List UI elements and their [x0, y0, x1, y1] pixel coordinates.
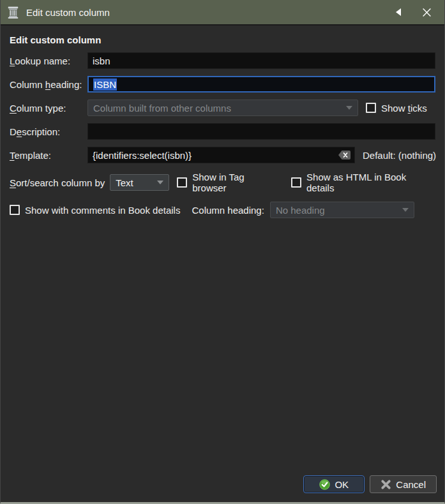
page-title: Edit custom column	[10, 34, 435, 45]
column-heading-row: Column heading: ISBN	[10, 76, 435, 93]
cancel-button-label: Cancel	[396, 479, 426, 490]
show-ticks-label: Show ticks	[381, 103, 427, 114]
show-in-tag-browser-checkbox[interactable]	[177, 177, 187, 188]
comments-heading-combobox: No heading	[270, 202, 414, 218]
shade-button[interactable]	[384, 0, 412, 25]
left-triangle-icon	[396, 8, 401, 16]
clear-field-icon	[338, 150, 351, 160]
column-type-label: Column type:	[10, 103, 87, 114]
close-button[interactable]	[412, 0, 441, 25]
window-title: Edit custom column	[26, 7, 384, 18]
dropdown-arrow-icon	[157, 181, 163, 184]
titlebar: Edit custom column	[1, 0, 444, 26]
comments-heading-label: Column heading:	[192, 205, 264, 216]
sort-by-combobox[interactable]: Text	[110, 174, 169, 191]
show-in-tag-browser-label: Show in Tag browser	[192, 172, 280, 193]
gray-x-icon	[381, 479, 391, 490]
clear-field-button[interactable]	[337, 149, 351, 161]
close-x-icon	[422, 8, 432, 17]
show-ticks-checkbox[interactable]	[366, 103, 376, 113]
ok-button[interactable]: OK	[303, 475, 365, 493]
dialog-body: Edit custom column Lookup name: isbn Col…	[1, 34, 444, 218]
show-as-html-checkbox[interactable]	[291, 177, 301, 188]
dropdown-arrow-icon	[402, 208, 409, 212]
comments-row: Show with comments in Book details Colum…	[10, 202, 435, 218]
column-heading-label: Column heading:	[10, 79, 87, 90]
column-type-row: Column type: Column built from other col…	[10, 100, 435, 116]
description-row: Description:	[10, 123, 435, 140]
column-heading-input[interactable]: ISBN	[87, 76, 435, 93]
template-input[interactable]: {identifiers:select(isbn)}	[87, 147, 355, 163]
description-input[interactable]	[87, 123, 435, 140]
show-as-html-label: Show as HTML in Book details	[306, 172, 435, 193]
description-label: Description:	[10, 126, 87, 137]
column-type-combobox: Column built from other columns	[87, 100, 358, 116]
template-row: Template: {identifiers:select(isbn)} Def…	[10, 147, 435, 163]
green-check-icon	[319, 479, 330, 490]
ok-button-label: OK	[335, 479, 349, 490]
sort-search-label: Sort/search column by	[10, 177, 105, 188]
template-label: Template:	[10, 150, 87, 161]
column-pillar-icon	[7, 5, 20, 19]
cancel-button[interactable]: Cancel	[370, 475, 437, 493]
lookup-name-row: Lookup name: isbn	[10, 52, 435, 69]
sort-search-row: Sort/search column by Text Show in Tag b…	[10, 172, 435, 193]
default-value-note: Default: (nothing)	[363, 150, 436, 161]
selected-text: ISBN	[93, 78, 117, 91]
show-with-comments-checkbox[interactable]	[10, 205, 20, 215]
lookup-name-label: Lookup name:	[10, 56, 87, 66]
dialog-buttons: OK Cancel	[303, 475, 437, 493]
lookup-name-input[interactable]: isbn	[87, 52, 435, 69]
show-with-comments-label: Show with comments in Book details	[25, 205, 180, 216]
edit-custom-column-dialog: Edit custom column Edit custom column Lo…	[0, 0, 445, 504]
dropdown-arrow-icon	[346, 106, 352, 110]
